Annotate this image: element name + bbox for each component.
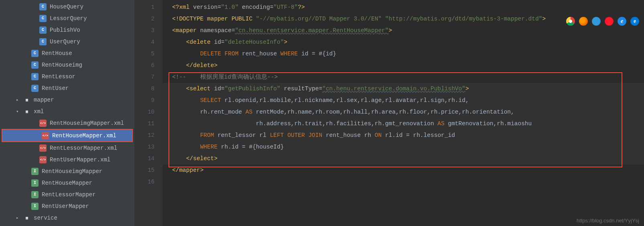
- xml-file-icon: </>: [42, 132, 49, 139]
- tree-item-housequery[interactable]: CHouseQuery: [0, 1, 134, 12]
- code-editor[interactable]: 12345678910111213141516 <?xml version="1…: [134, 0, 644, 226]
- xml-file-icon: </>: [39, 120, 47, 127]
- tree-item-rentlessormapper[interactable]: IRentLessorMapper: [0, 189, 134, 200]
- tree-item-service[interactable]: ▸▦service: [0, 212, 134, 224]
- line-number: 3: [134, 25, 154, 37]
- line-number: 1: [134, 2, 154, 13]
- class-icon: C: [39, 3, 47, 10]
- line-number: 10: [134, 106, 154, 118]
- line-number: 15: [134, 165, 154, 176]
- class-icon: C: [39, 38, 47, 45]
- tree-item-label: RentUserMapper.xml: [50, 157, 110, 163]
- tree-item-userquery[interactable]: CUserQuery: [0, 36, 134, 47]
- tree-item-label: RentHouseimgMapper: [42, 168, 102, 175]
- code-line: </select>: [163, 153, 644, 165]
- line-gutter: 12345678910111213141516: [134, 0, 163, 226]
- code-line: <mapper namespace="cn.henu.rentservice.m…: [163, 25, 644, 37]
- line-number: 2: [134, 13, 154, 25]
- tree-arrow-icon: ▾: [16, 109, 22, 114]
- interface-icon: I: [31, 203, 39, 210]
- line-number: 13: [134, 141, 154, 153]
- line-number: 16: [134, 176, 154, 188]
- tree-item-mapper[interactable]: ▸▦mapper: [0, 94, 134, 106]
- code-area[interactable]: <?xml version="1.0" encoding="UTF-8"?> <…: [163, 0, 644, 226]
- line-number: 5: [134, 48, 154, 60]
- line-number: 11: [134, 118, 154, 130]
- class-icon: C: [39, 15, 47, 22]
- code-line: [163, 176, 644, 188]
- tree-item-label: LessorQuery: [50, 15, 87, 22]
- tree-item-xml[interactable]: ▾▦xml: [0, 106, 134, 117]
- tree-item-label: RentHouseimg: [42, 62, 82, 68]
- xml-file-icon: </>: [39, 145, 47, 152]
- folder-icon: ▦: [23, 96, 30, 104]
- browser-icons-overlay: e e: [566, 17, 639, 26]
- tree-item-renthouseimgmapper-xml[interactable]: </>RentHouseimgMapper.xml: [0, 117, 134, 129]
- tree-item-label: xml: [34, 108, 44, 115]
- folder-icon: ▦: [23, 108, 30, 115]
- class-icon: C: [39, 26, 47, 34]
- code-line: rh.address,rh.trait,rh.facilities,rh.gmt…: [163, 118, 644, 130]
- interface-icon: I: [31, 179, 39, 187]
- code-line: DELETE FROM rent_house WHERE id = #{id}: [163, 48, 644, 60]
- class-icon: C: [31, 85, 39, 92]
- tree-item-label: RentHouse: [42, 50, 72, 57]
- tree-item-rentlessormapper-xml[interactable]: </>RentLessorMapper.xml: [0, 142, 134, 154]
- tree-item-label: mapper: [34, 97, 54, 103]
- interface-icon: I: [31, 191, 39, 198]
- tree-item-renthousemapper-xml[interactable]: </>RentHouseMapper.xml: [2, 130, 132, 141]
- tree-item-label: UserQuery: [50, 39, 80, 45]
- tree-item-label: RentLessorMapper: [42, 191, 95, 198]
- firefox-icon: [579, 17, 588, 26]
- tree-item-publishvo[interactable]: CPublishVo: [0, 24, 134, 36]
- tree-item-label: service: [34, 215, 57, 221]
- code-line: <delete id="deleteHouseInfo">: [163, 37, 644, 48]
- xml-file-icon: </>: [39, 156, 47, 163]
- opera-icon: [605, 17, 614, 26]
- tree-item-rentusermapper-xml[interactable]: </>RentUserMapper.xml: [0, 154, 134, 165]
- ie-icon: e: [618, 17, 626, 26]
- line-number: 4: [134, 37, 154, 48]
- class-icon: C: [31, 50, 39, 57]
- tree-arrow-icon: ▸: [16, 97, 22, 102]
- tree-item-label: RentHouseMapper.xml: [52, 132, 116, 139]
- tree-item-rentusermapper[interactable]: IRentUserMapper: [0, 200, 134, 212]
- tree-arrow-icon: ▸: [16, 215, 22, 220]
- line-number: 6: [134, 60, 154, 71]
- highlight-box-tree: </>RentHouseMapper.xml: [2, 129, 133, 142]
- safari-icon: [592, 17, 601, 26]
- tree-item-label: RentLessorMapper.xml: [50, 145, 117, 151]
- chrome-icon: [566, 17, 575, 26]
- interface-icon: I: [31, 168, 39, 175]
- tree-item-label: PublishVo: [50, 27, 80, 33]
- line-number: 12: [134, 130, 154, 141]
- tree-item-lessorquery[interactable]: CLessorQuery: [0, 12, 134, 24]
- tree-item-label: RentUser: [42, 85, 69, 92]
- class-icon: C: [31, 73, 39, 80]
- tree-item-label: RentLessor: [42, 73, 75, 80]
- tree-item-rentuser[interactable]: CRentUser: [0, 82, 134, 94]
- watermark: https://blog.csdn.net/YyjYsj: [577, 218, 639, 224]
- code-line: </delete>: [163, 60, 644, 71]
- code-line: <select id="getPublishInfo" resultType="…: [163, 83, 644, 95]
- tree-item-label: RentUserMapper: [42, 203, 89, 210]
- code-line: SELECT rl.openid,rl.mobile,rl.nickname,r…: [163, 95, 644, 106]
- tree-item-label: HouseQuery: [50, 4, 83, 10]
- code-line: <?xml version="1.0" encoding="UTF-8"?>: [163, 2, 644, 13]
- tree-item-label: RentHouseMapper: [42, 180, 92, 186]
- code-line: <!-- 根据房屋id查询确认信息-->: [163, 71, 644, 83]
- project-tree[interactable]: CHouseQueryCLessorQueryCPublishVoCUserQu…: [0, 0, 134, 226]
- line-number: 8: [134, 83, 154, 95]
- tree-item-renthousemapper[interactable]: IRentHouseMapper: [0, 177, 134, 189]
- tree-item-renthouse[interactable]: CRentHouse: [0, 47, 134, 59]
- code-line: </mapper>: [163, 165, 644, 176]
- code-line: rh.rent_mode AS rentMode,rh.name,rh.room…: [163, 106, 644, 118]
- tree-item-label: RentHouseimgMapper.xml: [50, 120, 124, 126]
- tree-item-renthouseimg[interactable]: CRentHouseimg: [0, 59, 134, 71]
- tree-item-renthouseimgmapper[interactable]: IRentHouseimgMapper: [0, 165, 134, 177]
- edge-icon: e: [630, 17, 639, 26]
- folder-icon: ▦: [23, 214, 30, 222]
- tree-item-rentlessor[interactable]: CRentLessor: [0, 71, 134, 82]
- class-icon: C: [31, 61, 39, 69]
- code-line: FROM rent_lessor rl LEFT OUTER JOIN rent…: [163, 130, 644, 141]
